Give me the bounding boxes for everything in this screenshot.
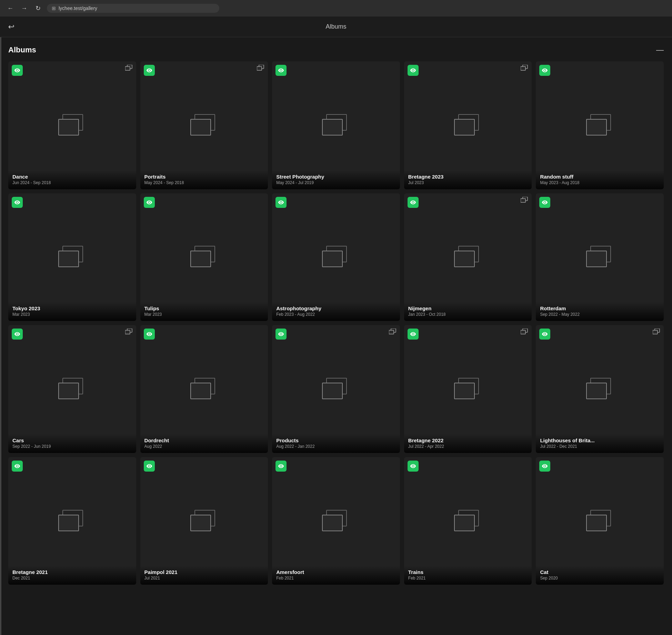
album-date: Mar 2023 [144, 312, 264, 317]
address-bar[interactable]: ⊞ lychee.test/gallery [47, 4, 219, 13]
album-name: Tokyo 2023 [12, 305, 132, 311]
album-card-dordrecht[interactable]: Dordrecht Aug 2022 [140, 325, 268, 453]
eye-badge [539, 329, 550, 340]
album-info: Products Aug 2022 - Jan 2022 [272, 434, 400, 453]
album-card-bretagne-2023[interactable]: Bretagne 2023 Jul 2023 [404, 61, 532, 189]
album-card-products[interactable]: Products Aug 2022 - Jan 2022 [272, 325, 400, 453]
album-info: Amersfoort Feb 2021 [272, 566, 400, 585]
album-card-tulips[interactable]: Tulips Mar 2023 [140, 193, 268, 321]
album-info: Tokyo 2023 Mar 2023 [8, 302, 136, 321]
album-info: Dordrecht Aug 2022 [140, 434, 268, 453]
svg-rect-9 [125, 330, 130, 334]
eye-badge [144, 461, 155, 472]
eye-badge [144, 65, 155, 76]
album-card-nijmegen[interactable]: Nijmegen Jan 2023 - Oct 2018 [404, 193, 532, 321]
album-card-paimpol-2021[interactable]: Paimpol 2021 Jul 2021 [140, 457, 268, 585]
album-date: Sep 2022 - Jun 2019 [12, 444, 132, 449]
album-card-rotterdam[interactable]: Rotterdam Sep 2022 - May 2022 [536, 193, 664, 321]
album-card-bretagne-2022[interactable]: Bretagne 2022 Jul 2022 - Apr 2022 [404, 325, 532, 453]
svg-rect-3 [257, 67, 262, 70]
eye-badge [275, 65, 287, 76]
album-date: Sep 2022 - May 2022 [540, 312, 660, 317]
eye-badge [408, 65, 419, 76]
browser-chrome: ← → ↻ ⊞ lychee.test/gallery [0, 0, 672, 17]
album-card-cat[interactable]: Cat Sep 2020 [536, 457, 664, 585]
album-card-street-photography[interactable]: Street Photography May 2024 - Jul 2019 [272, 61, 400, 189]
album-date: Feb 2023 - Aug 2022 [276, 312, 396, 317]
album-card-dance[interactable]: Dance Jun 2024 - Sep 2018 [8, 61, 136, 189]
album-info: Bretagne 2021 Dec 2021 [8, 566, 136, 585]
album-date: May 2024 - Jul 2019 [276, 180, 396, 185]
app-header: ↪ Albums [0, 17, 672, 37]
eye-badge [408, 197, 419, 208]
collapse-button[interactable]: — [656, 46, 664, 54]
eye-badge [275, 329, 287, 340]
album-info: Random stuff May 2023 - Aug 2018 [536, 170, 664, 189]
site-icon: ⊞ [52, 6, 56, 11]
album-card-trains[interactable]: Trains Feb 2021 [404, 457, 532, 585]
album-name: Dance [12, 174, 132, 180]
albums-header: Albums — [8, 46, 664, 54]
svg-rect-13 [521, 330, 525, 334]
album-name: Dordrecht [144, 437, 264, 443]
album-date: May 2023 - Aug 2018 [540, 180, 660, 185]
eye-badge [539, 197, 550, 208]
album-name: Tulips [144, 305, 264, 311]
album-info: Cat Sep 2020 [536, 566, 664, 585]
album-card-amersfoort[interactable]: Amersfoort Feb 2021 [272, 457, 400, 585]
reload-button[interactable]: ↻ [33, 3, 43, 13]
svg-rect-5 [521, 67, 525, 70]
multi-album-icon [521, 65, 528, 72]
album-info: Cars Sep 2022 - Jun 2019 [8, 434, 136, 453]
eye-badge [12, 329, 23, 340]
eye-badge [275, 461, 287, 472]
album-card-random-stuff[interactable]: Random stuff May 2023 - Aug 2018 [536, 61, 664, 189]
eye-badge [275, 197, 287, 208]
album-name: Cat [540, 569, 660, 575]
album-info: Paimpol 2021 Jul 2021 [140, 566, 268, 585]
multi-album-icon [389, 329, 397, 336]
album-info: Nijmegen Jan 2023 - Oct 2018 [404, 302, 532, 321]
back-button[interactable]: ← [6, 3, 15, 13]
album-name: Rotterdam [540, 305, 660, 311]
eye-badge [539, 461, 550, 472]
album-info: Bretagne 2023 Jul 2023 [404, 170, 532, 189]
multi-album-icon [257, 65, 264, 72]
album-name: Lighthouses of Brita... [540, 437, 660, 443]
eye-badge [12, 461, 23, 472]
album-info: Bretagne 2022 Jul 2022 - Apr 2022 [404, 434, 532, 453]
eye-badge [12, 65, 23, 76]
album-card-portraits[interactable]: Portraits May 2024 - Sep 2018 [140, 61, 268, 189]
multi-album-icon [125, 329, 133, 336]
album-date: Jan 2023 - Oct 2018 [408, 312, 528, 317]
svg-rect-11 [389, 330, 394, 334]
multi-album-icon [653, 329, 660, 336]
forward-button[interactable]: → [19, 3, 29, 13]
album-date: Feb 2021 [408, 576, 528, 581]
album-name: Amersfoort [276, 569, 396, 575]
album-date: Jun 2024 - Sep 2018 [12, 180, 132, 185]
album-name: Portraits [144, 174, 264, 180]
album-date: Jul 2022 - Apr 2022 [408, 444, 528, 449]
album-card-cars[interactable]: Cars Sep 2022 - Jun 2019 [8, 325, 136, 453]
album-card-astrophotography[interactable]: Astrophotography Feb 2023 - Aug 2022 [272, 193, 400, 321]
eye-badge [12, 197, 23, 208]
album-card-tokyo-2023[interactable]: Tokyo 2023 Mar 2023 [8, 193, 136, 321]
album-name: Bretagne 2021 [12, 569, 132, 575]
album-date: Dec 2021 [12, 576, 132, 581]
album-card-bretagne-2021[interactable]: Bretagne 2021 Dec 2021 [8, 457, 136, 585]
eye-badge [539, 65, 550, 76]
multi-album-icon [125, 65, 133, 72]
album-date: May 2024 - Sep 2018 [144, 180, 264, 185]
album-info: Astrophotography Feb 2023 - Aug 2022 [272, 302, 400, 321]
svg-rect-7 [521, 199, 525, 202]
album-info: Portraits May 2024 - Sep 2018 [140, 170, 268, 189]
multi-album-icon [521, 329, 528, 336]
eye-badge [408, 461, 419, 472]
album-name: Street Photography [276, 174, 396, 180]
album-card-lighthouses[interactable]: Lighthouses of Brita... Jul 2022 - Dec 2… [536, 325, 664, 453]
album-info: Tulips Mar 2023 [140, 302, 268, 321]
album-date: Jul 2021 [144, 576, 264, 581]
album-name: Astrophotography [276, 305, 396, 311]
login-button[interactable]: ↪ [8, 22, 14, 31]
